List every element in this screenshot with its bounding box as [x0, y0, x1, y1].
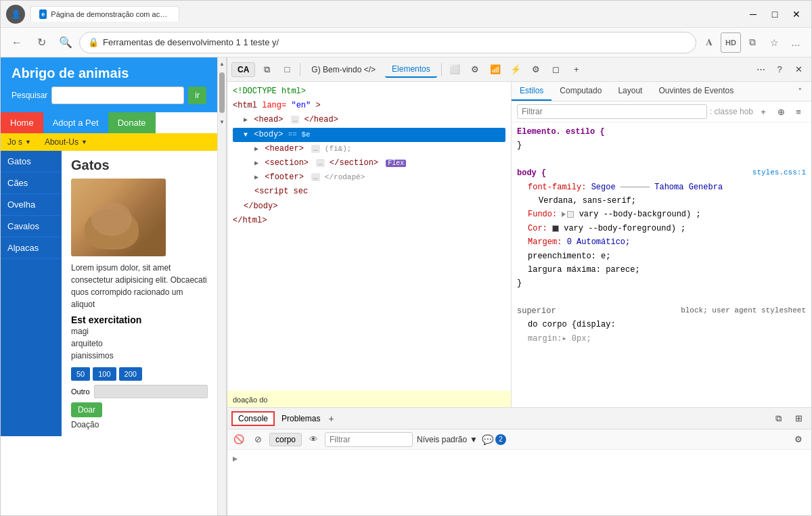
styles-content: Elemento. estilo { } styles.css:1 body {…: [512, 122, 811, 407]
nav-donate[interactable]: Donate: [108, 112, 156, 133]
fundo-triangle[interactable]: [562, 212, 566, 217]
title-bar: 👤 e Página de demonstração com acessibil…: [1, 1, 811, 28]
new-style-rule-btn[interactable]: +: [756, 104, 771, 119]
html-line-body-close[interactable]: </body>: [233, 200, 505, 214]
html-line-html-close[interactable]: </html>: [233, 214, 505, 228]
minimize-button[interactable]: ─: [744, 5, 763, 24]
levels-chevron: ▼: [470, 435, 478, 444]
scroll-up-arrow[interactable]: ▲: [217, 57, 227, 70]
read-aloud-button[interactable]: 𝐀: [699, 32, 719, 53]
close-button[interactable]: ✕: [787, 5, 806, 24]
console-count: 2: [495, 434, 506, 445]
site-nav2: Jo s ▼ About-Us ▼: [1, 133, 217, 151]
more-tools-icon-btn[interactable]: +: [568, 61, 585, 78]
doar-button[interactable]: Doar: [71, 402, 102, 417]
toggle-classes-btn[interactable]: ≡: [791, 104, 806, 119]
sidebar-item-gatos[interactable]: Gatos: [1, 151, 62, 172]
split-view-button[interactable]: ⧉: [742, 32, 763, 53]
search-submit-button[interactable]: ir: [188, 87, 206, 104]
html-line-head[interactable]: ▶ <head> … </head>: [233, 113, 505, 127]
console-filter-input[interactable]: [325, 432, 413, 447]
site-body: Gatos Cães Ovelha Cavalos Alpacas Gatos: [1, 151, 217, 436]
devtools-icon-btn-1[interactable]: ⧉: [258, 61, 275, 78]
nav2-item1[interactable]: Jo s ▼: [1, 133, 38, 151]
head-expand[interactable]: ▶: [244, 116, 248, 124]
donate-50-button[interactable]: 50: [71, 367, 90, 381]
donate-100-button[interactable]: 100: [93, 367, 116, 381]
donate-200-button[interactable]: 200: [119, 367, 142, 381]
search-button[interactable]: 🔍: [55, 32, 76, 53]
bem-vindo-tab[interactable]: G) Bem-vindo </>: [304, 62, 382, 77]
devtools-icon-btn-2[interactable]: □: [278, 61, 296, 78]
console-tab[interactable]: Console: [231, 411, 275, 426]
magi-text: magi: [71, 325, 208, 337]
back-button[interactable]: ←: [6, 32, 28, 53]
hd-button[interactable]: HD: [721, 32, 741, 53]
html-line-section[interactable]: ▶ <section> … </section> Flex: [233, 156, 505, 170]
close-devtools-btn[interactable]: ✕: [790, 61, 807, 78]
sidebar-item-caes[interactable]: Cães: [1, 172, 62, 194]
styles-tab-computado[interactable]: Computado: [551, 82, 610, 101]
favorites-button[interactable]: ☆: [764, 32, 784, 53]
add-panel-btn[interactable]: +: [328, 413, 334, 424]
clear-console-btn[interactable]: 🚫: [231, 432, 246, 447]
devtools-bottom: Console Problemas + ⧉ ⊞ 🚫 ⊘ corpo 👁: [227, 407, 811, 515]
reload-button[interactable]: ↻: [30, 32, 52, 53]
more-button[interactable]: …: [786, 32, 806, 53]
help-btn[interactable]: ?: [771, 61, 788, 78]
nav-actions: 𝐀 HD ⧉ ☆ …: [699, 32, 806, 53]
styles-tab-layout[interactable]: Layout: [610, 82, 650, 101]
wifi-icon-btn[interactable]: 📶: [487, 61, 504, 78]
nav2-item2[interactable]: About-Us ▼: [38, 133, 94, 151]
upper-agent-block: superior block; user agent stylesheet do…: [517, 304, 806, 346]
scroll-down-arrow[interactable]: ▼: [217, 116, 227, 128]
scroll-thumb[interactable]: [219, 72, 225, 113]
elementos-tab[interactable]: Elementos: [385, 62, 437, 78]
dock-icon-btn[interactable]: ◻: [547, 61, 565, 78]
inspect-icon-btn[interactable]: ⬜: [446, 61, 464, 78]
block-console-btn[interactable]: ⊘: [250, 432, 265, 447]
console-chevron[interactable]: ▶: [233, 454, 238, 463]
html-line-html[interactable]: <html lang= "en" >: [233, 99, 505, 113]
styles-tab-events[interactable]: Ouvintes de Eventos: [650, 82, 742, 101]
ca-tab[interactable]: CA: [231, 62, 255, 77]
html-line-footer[interactable]: ▶ <footer> … </rodapé>: [233, 170, 505, 185]
eye-icon-btn[interactable]: 👁: [306, 432, 321, 447]
body-expand[interactable]: ▼: [244, 131, 248, 139]
inspect-element-btn[interactable]: ⊕: [773, 104, 788, 119]
problemas-tab[interactable]: Problemas: [275, 411, 327, 426]
settings-icon-btn[interactable]: ⚙: [527, 61, 545, 78]
device-icon-btn[interactable]: ⚙: [466, 61, 484, 78]
html-line-script[interactable]: <script sec: [233, 185, 505, 199]
sidebar-item-ovelha[interactable]: Ovelha: [1, 194, 62, 216]
devtools-upper: <!DOCTYPE html> <html lang= "en" > ▶ <he…: [227, 82, 811, 407]
sidebar-item-alpacas[interactable]: Alpacas: [1, 237, 62, 259]
styles-expand-btn[interactable]: ˅: [792, 84, 807, 99]
search-input[interactable]: [51, 87, 184, 104]
nav-home[interactable]: Home: [1, 112, 43, 133]
performance-icon-btn[interactable]: ⚡: [507, 61, 524, 78]
header-expand[interactable]: ▶: [254, 145, 258, 153]
footer-expand[interactable]: ▶: [254, 174, 258, 181]
expand-console-btn[interactable]: ⧉: [769, 410, 787, 427]
console-settings-btn[interactable]: ⚙: [790, 431, 807, 448]
section-expand[interactable]: ▶: [254, 160, 258, 167]
elemento-estilo-block: Elemento. estilo { }: [517, 125, 806, 153]
html-line-body[interactable]: ▼ <body> == $e: [233, 128, 505, 142]
browser-tab[interactable]: e Página de demonstração com acessibilid…: [30, 6, 179, 22]
styles-tab-estilos[interactable]: Estilos: [512, 82, 551, 101]
corpo-btn[interactable]: corpo: [269, 433, 302, 446]
restore-button[interactable]: □: [765, 5, 784, 24]
address-bar[interactable]: 🔒 Ferramentas de desenvolvimento 1 1 tes…: [79, 32, 696, 53]
styles-filter-input[interactable]: [517, 104, 707, 119]
console-levels[interactable]: Níveis padrão ▼: [417, 435, 478, 444]
sidebar-item-cavalos[interactable]: Cavalos: [1, 216, 62, 237]
donate-custom-input[interactable]: [94, 385, 208, 398]
scrollbar[interactable]: ▲ ▼: [217, 57, 227, 515]
nav-adopt[interactable]: Adopt a Pet: [43, 112, 108, 133]
lock-icon: 🔒: [88, 37, 99, 47]
site-title: Abrigo de animais: [12, 66, 206, 81]
overflow-menu-btn[interactable]: ⋯: [752, 61, 769, 78]
pop-console-btn[interactable]: ⊞: [790, 410, 807, 427]
html-line-header[interactable]: ▶ <header> … (fi&);: [233, 142, 505, 156]
